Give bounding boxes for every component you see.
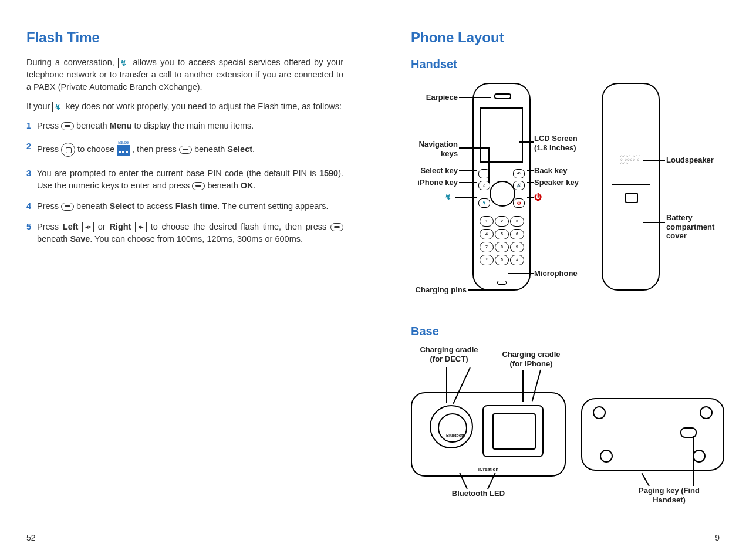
keypad: 123 456 789 *0# xyxy=(480,216,523,265)
right-key-icon: •▸ xyxy=(135,222,147,232)
iphone-cradle-icon xyxy=(482,405,544,457)
softkey-icon xyxy=(330,223,343,231)
flash-key-icon: ↯ xyxy=(52,102,63,113)
earpiece-icon xyxy=(494,93,511,99)
loudspeaker-grill-icon: ○○○○ ○○○○ ○○○○ ○○○○ xyxy=(620,154,642,168)
back-key-icon: ↶ xyxy=(513,169,525,178)
step-body: You are prompted to enter the current ba… xyxy=(37,167,343,192)
label-batt: Battery compartment cover xyxy=(666,213,725,241)
nav-ring-icon xyxy=(490,181,515,207)
bold: Flash time xyxy=(175,201,218,211)
label-speaker-key: Speaker key xyxy=(534,178,579,187)
label-iphone: iPhone key xyxy=(411,178,458,187)
text: to choose the desired flash time, then p… xyxy=(147,222,330,231)
flash-key-icon: ↯ xyxy=(118,58,129,69)
text: or xyxy=(94,222,109,231)
step-body: Press Left ◂• or Right •▸ to choose the … xyxy=(37,221,343,245)
step-body: Press to choose Base , then press beneat… xyxy=(37,140,343,159)
text: You are prompted to enter the current ba… xyxy=(37,168,319,178)
battery-latch-icon xyxy=(625,193,638,203)
base-title: Base xyxy=(411,325,728,338)
speaker-key-icon: 🔊 xyxy=(513,181,525,190)
text: to display the main menu items. xyxy=(131,121,254,130)
base-front: Bluetooth iCreation xyxy=(411,392,566,477)
microphone-icon xyxy=(497,281,507,285)
label-cradle-iphone: Charging cradle (for iPhone) xyxy=(496,350,566,368)
bold: OK xyxy=(241,181,254,190)
end-key-icon: ⏻ xyxy=(513,198,525,208)
bold: 1590 xyxy=(319,168,338,178)
bold: Select xyxy=(110,201,135,211)
handset-title: Handset xyxy=(411,58,728,71)
text: . xyxy=(252,144,255,154)
text: beneath xyxy=(205,181,240,190)
step-4: 4 Press beneath Select to access Flash t… xyxy=(26,200,343,212)
bluetooth-text: Bluetooth xyxy=(446,433,465,437)
step-number: 5 xyxy=(26,221,37,245)
page-number-left: 52 xyxy=(26,533,36,542)
text: to choose xyxy=(75,144,117,154)
step-body: Press beneath Select to access Flash tim… xyxy=(37,200,343,212)
dect-cradle-icon xyxy=(430,405,473,448)
bold: Left xyxy=(63,222,79,231)
flash-key-btn-icon: ↯ xyxy=(478,198,490,208)
text: Press xyxy=(37,144,61,154)
text: key does not work properly, you need to … xyxy=(63,102,342,111)
brand-text: iCreation xyxy=(412,467,565,472)
text: During a conversation, xyxy=(26,58,118,67)
label-earpiece: Earpiece xyxy=(411,93,458,102)
paging-key-icon xyxy=(680,427,697,438)
text: beneath xyxy=(74,121,109,130)
icon-label: Base xyxy=(117,140,130,145)
base-app-icon: Base xyxy=(117,140,130,159)
label-select: Select key xyxy=(411,166,458,176)
bold: Menu xyxy=(110,121,132,130)
bold: Save xyxy=(70,234,90,244)
handset-back: ○○○○ ○○○○ ○○○○ ○○○○ xyxy=(602,83,660,291)
softkey-icon xyxy=(61,203,74,211)
text: Press xyxy=(37,201,61,211)
step-5: 5 Press Left ◂• or Right •▸ to choose th… xyxy=(26,221,343,245)
step-3: 3 You are prompted to enter the current … xyxy=(26,167,343,192)
base-back xyxy=(581,398,724,471)
label-nav: Navigation keys xyxy=(411,140,458,158)
handset-front: — ↶ ⌂ 🔊 ↯ ⏻ 123 456 789 *0# xyxy=(472,83,531,291)
text: beneath xyxy=(37,234,70,244)
left-page: Flash Time During a conversation, ↯ allo… xyxy=(26,29,343,254)
right-page: Phone Layout Handset — ↶ ⌂ 🔊 ↯ ⏻ 123 456… xyxy=(411,29,728,521)
nav-key-icon xyxy=(61,143,75,157)
softkey-icon xyxy=(179,146,192,154)
step-number: 4 xyxy=(26,200,37,212)
bold: Select xyxy=(227,144,252,154)
label-loud: Loudspeaker xyxy=(666,156,714,165)
phone-layout-title: Phone Layout xyxy=(411,29,728,46)
softkey-icon xyxy=(61,122,74,130)
bold: Right xyxy=(109,222,131,231)
text: . The current setting appears. xyxy=(217,201,328,211)
base-diagram: Charging cradle (for DECT) Charging crad… xyxy=(411,345,728,521)
intro-1: During a conversation, ↯ allows you to a… xyxy=(26,56,343,93)
text: Press xyxy=(37,121,61,130)
step-number: 1 xyxy=(26,120,37,132)
text: beneath xyxy=(74,201,109,211)
label-flash-icon: ↯ xyxy=(445,193,451,202)
text: beneath xyxy=(192,144,227,154)
text: to access xyxy=(134,201,175,211)
lcd-screen-icon xyxy=(480,107,523,163)
handset-diagram: — ↶ ⌂ 🔊 ↯ ⏻ 123 456 789 *0# ○○○○ ○○○○ ○○… xyxy=(411,78,728,313)
text: , then press xyxy=(130,144,179,154)
page-number-right: 9 xyxy=(715,533,720,542)
intro-2: If your ↯ key does not work properly, yo… xyxy=(26,100,343,113)
label-paging: Paging key (Find Handset) xyxy=(634,486,704,504)
label-cradle-dect: Charging cradle (for DECT) xyxy=(414,345,484,363)
text: . You can choose from 100ms, 120ms, 300m… xyxy=(90,234,303,244)
softkey-icon xyxy=(192,182,205,190)
label-bt-led: Bluetooth LED xyxy=(443,489,514,498)
text: If your xyxy=(26,102,52,111)
flash-time-title: Flash Time xyxy=(26,29,343,46)
step-1: 1 Press beneath Menu to display the main… xyxy=(26,120,343,132)
step-number: 3 xyxy=(26,167,37,192)
label-back: Back key xyxy=(534,166,567,176)
label-lcd: LCD Screen (1.8 inches) xyxy=(534,134,587,152)
step-number: 2 xyxy=(26,140,37,159)
